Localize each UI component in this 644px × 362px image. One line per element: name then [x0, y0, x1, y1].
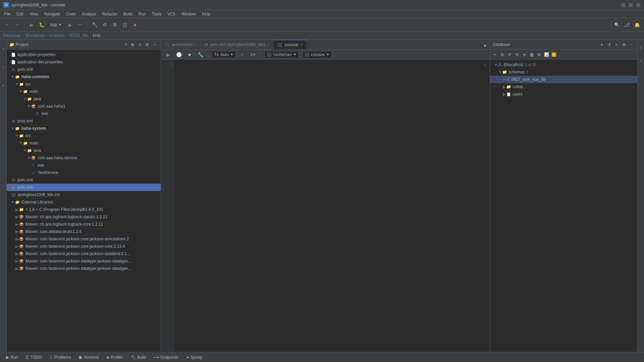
tree-item-pom-system[interactable]: m pom.xml: [7, 176, 161, 184]
tree-item-eee-1[interactable]: C eee: [7, 110, 161, 117]
stop-button[interactable]: ■: [130, 20, 139, 29]
db-toolbar-copy[interactable]: ⧉: [499, 51, 505, 58]
forward-button[interactable]: →: [13, 20, 21, 29]
db-row-collation[interactable]: ▶ 📁 collati...: [490, 83, 637, 90]
maximize-button[interactable]: □: [629, 3, 633, 7]
breadcrumb-kind[interactable]: kind: [93, 33, 100, 38]
commit-button[interactable]: ✓: [238, 50, 247, 59]
menu-vcs[interactable]: VCS: [165, 11, 178, 17]
tab-pom[interactable]: m pom.xml (springboot1008_ktlx) ×: [201, 40, 274, 49]
sidebar-project-icon[interactable]: P: [1, 41, 6, 58]
menu-code[interactable]: Code: [63, 11, 78, 17]
breadcrumb-localhost[interactable]: @localhost: [24, 33, 45, 38]
menu-edit[interactable]: Edit: [14, 11, 26, 17]
rebuild-button[interactable]: ↺: [100, 20, 109, 29]
menu-refactor[interactable]: Refactor: [100, 11, 120, 17]
coverage-button[interactable]: ◫: [120, 20, 129, 29]
tree-item-druid[interactable]: ▶ 📦 Maven: com.alibaba:druid:1.2.6: [7, 228, 161, 235]
db-toolbar-filter[interactable]: 🔽: [550, 51, 557, 58]
git-button[interactable]: ⎇: [623, 20, 631, 29]
editor-content[interactable]: 1 ✓: [161, 60, 490, 352]
bottom-tab-spring[interactable]: ❧ Spring: [182, 353, 206, 362]
menu-run[interactable]: Run: [136, 11, 149, 17]
sidebar-structure-icon[interactable]: S: [1, 59, 6, 76]
tree-item-jackson-dt2[interactable]: ▶ 📦 Maven: com.fasterxml.jackson.datatyp…: [7, 265, 161, 272]
db-row-localhost[interactable]: ▼ 🖧 @localhost 2 of 32: [490, 61, 637, 68]
tree-item-pom-selected[interactable]: m pom.xml: [7, 184, 161, 191]
tree-item-external-libs[interactable]: ▼ 📁 External Libraries: [7, 198, 161, 206]
tree-item-testservice[interactable]: C TestService: [7, 169, 161, 176]
tree-item-pom-root[interactable]: m pom.xml: [7, 66, 161, 73]
search-everywhere[interactable]: 🔍: [612, 20, 621, 29]
tree-item-app-dev-props[interactable]: 📄 application-dev.properties: [7, 58, 161, 66]
tree-item-jackson-annot[interactable]: ▶ 📦 Maven: com.fasterxml.jackson.core:ja…: [7, 235, 161, 243]
db-toolbar-stop[interactable]: ■: [521, 51, 528, 58]
tree-item-src-1[interactable]: ▼ 📁 src: [7, 80, 161, 88]
maven-icon[interactable]: M: [638, 41, 644, 54]
tree-item-jdk[interactable]: ▶ 📁 < 1.8 > C:\Program Files\Java\jdk1.8…: [7, 206, 161, 213]
stop-console[interactable]: ■: [185, 50, 194, 59]
tree-item-haha-system[interactable]: ▼ 📁 haha-system: [7, 125, 161, 132]
tree-item-jackson-databind[interactable]: ▶ 📦 Maven: com.fasterxml.jackson.core:ja…: [7, 250, 161, 257]
close-button[interactable]: ×: [636, 3, 641, 7]
db-add-button[interactable]: +: [598, 41, 605, 48]
console-dropdown[interactable]: ⬛ console ▼: [302, 51, 332, 58]
settings-button[interactable]: ⚙: [110, 20, 119, 29]
menu-help[interactable]: Help: [199, 11, 213, 17]
tree-item-pom-common[interactable]: m pom.xml: [7, 117, 161, 125]
minimize-button[interactable]: −: [621, 3, 626, 7]
project-minimize-button[interactable]: −: [151, 41, 158, 48]
notification-button[interactable]: 🔔: [633, 20, 641, 29]
project-sync-button[interactable]: ⊕: [129, 41, 136, 48]
breadcrumb-schemas[interactable]: schemas: [49, 33, 65, 38]
tree-item-main-2[interactable]: ▼ 📁 main: [7, 139, 161, 147]
project-settings-button[interactable]: ⚙: [144, 41, 151, 48]
db-refresh-button[interactable]: ↺: [606, 41, 612, 48]
more-run-button[interactable]: ⋯: [76, 20, 85, 29]
tree-item-com-aaa-service[interactable]: ▼ 📦 com.aaa.haha.service: [7, 154, 161, 162]
bottom-tab-profiler[interactable]: ◈ Profiler: [103, 353, 127, 362]
db-toolbar-chart[interactable]: 📊: [543, 51, 550, 58]
code-area[interactable]: ✓: [174, 60, 490, 352]
run-button[interactable]: ▶: [27, 20, 36, 29]
db-collapse-button[interactable]: ≡: [613, 41, 620, 48]
tree-item-java-2[interactable]: ▼ 📁 java: [7, 147, 161, 154]
tree-item-src-2[interactable]: ▼ 📁 src: [7, 132, 161, 139]
sidebar-favorites-icon[interactable]: ★: [1, 77, 6, 94]
run-config[interactable]: App ▼: [47, 20, 64, 29]
menu-analyze[interactable]: Analyze: [79, 11, 99, 17]
tab-a-common[interactable]: ⬛ a-common) ×: [161, 40, 201, 49]
tree-item-iml[interactable]: ⬛ springboot1008_ktlx.iml: [7, 191, 161, 198]
tree-item-jackson-dt1[interactable]: ▶ 📦 Maven: com.fasterxml.jackson.datatyp…: [7, 257, 161, 265]
tab-dropdown[interactable]: ▼: [482, 43, 488, 49]
bottom-tab-terminal[interactable]: ▣ Terminal: [75, 353, 102, 362]
db-row-0927[interactable]: ▶ 🗄 0927_ssm_vue_db: [490, 76, 637, 83]
bottom-tab-run[interactable]: ▶ Run: [3, 353, 21, 362]
tab-close-3[interactable]: ×: [301, 43, 303, 47]
tree-item-haha-common[interactable]: ▼ 📁 haha-common: [7, 73, 161, 80]
menu-navigate[interactable]: Navigate: [42, 11, 63, 17]
run-console[interactable]: ▶: [164, 50, 172, 59]
menu-window[interactable]: Window: [179, 11, 199, 17]
breadcrumb-db1[interactable]: 70720_db1: [69, 33, 89, 38]
schema-dropdown[interactable]: ⬛ <schema> ▼: [264, 51, 299, 58]
menu-tools[interactable]: Tools: [149, 11, 164, 17]
debug-button[interactable]: 🐛: [37, 20, 46, 29]
db-settings-button[interactable]: ⚙: [621, 41, 627, 48]
db-toolbar-table[interactable]: ▦: [528, 51, 535, 58]
tree-item-app-props[interactable]: 📄 application.properties: [7, 51, 161, 58]
project-collapse-button[interactable]: ≡: [137, 41, 143, 48]
db-toolbar-sync[interactable]: ⟲: [514, 51, 520, 58]
tree-item-logback-classic[interactable]: ▶ 📦 Maven: ch.qos.logback:logback-classi…: [7, 213, 161, 221]
bottom-tab-problems[interactable]: ⚠ Problems: [46, 353, 74, 362]
menu-view[interactable]: View: [27, 11, 41, 17]
tree-item-com-aaa-haha1[interactable]: ▼ 📦 com.aaa.haha1: [7, 103, 161, 110]
bottom-tab-build[interactable]: 🔨 Build: [127, 353, 150, 362]
tx-dropdown[interactable]: Tx: Auto ▼: [212, 51, 236, 58]
history-button[interactable]: 🕐: [174, 50, 183, 59]
tree-item-jackson-core[interactable]: ▶ 📦 Maven: com.fasterxml.jackson.core:ja…: [7, 243, 161, 250]
db-row-users[interactable]: ▶ 📋 users: [490, 90, 637, 98]
db-toolbar-add[interactable]: +: [491, 51, 498, 58]
breadcrumb-database[interactable]: Database: [3, 33, 20, 38]
db-toolbar-columns[interactable]: ⊞: [536, 51, 542, 58]
